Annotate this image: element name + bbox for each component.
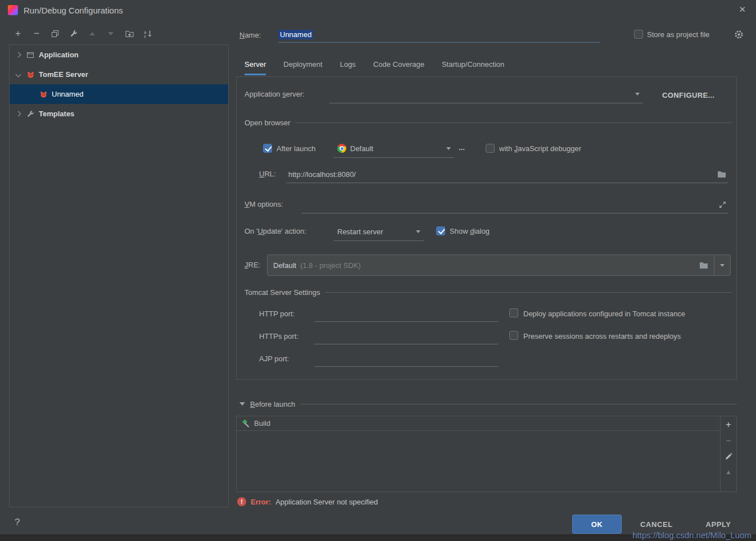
show-dialog-label: Show dialog (450, 227, 490, 235)
chevron-down-icon (416, 230, 420, 233)
folder-icon[interactable] (699, 262, 708, 269)
name-input[interactable]: Unnamed (278, 27, 600, 43)
before-launch-header[interactable]: Before launch (236, 397, 737, 411)
jre-select[interactable]: Default (1.8 - project SDK) (267, 254, 731, 276)
chrome-icon (337, 144, 346, 153)
deploy-apps-checkbox[interactable] (509, 308, 518, 317)
js-debugger-checkbox[interactable] (486, 144, 495, 153)
copy-configuration-icon[interactable] (51, 29, 60, 38)
collapse-triangle-icon[interactable] (239, 402, 245, 406)
store-as-project-file[interactable]: Store as project file (634, 30, 709, 39)
tomee-icon (39, 90, 48, 98)
tab-logs[interactable]: Logs (340, 55, 356, 75)
url-value: http://localhost:8080/ (288, 170, 356, 179)
tree-item-tomee-server[interactable]: TomEE Server (10, 65, 228, 84)
help-button[interactable]: ? (15, 517, 20, 528)
titlebar: Run/Debug Configurations ✕ (0, 0, 756, 20)
folder-icon[interactable] (717, 171, 726, 178)
ajp-port-label: AJP port: (259, 354, 289, 363)
tree-item-label: Unnamed (52, 90, 83, 98)
application-icon (26, 51, 35, 59)
show-dialog-checkbox[interactable] (436, 226, 445, 235)
chevron-down-icon (446, 147, 451, 150)
tree-item-label: Application (39, 51, 79, 59)
separator-line (296, 122, 731, 123)
expand-icon[interactable] (719, 201, 726, 208)
sort-configurations-icon[interactable]: az (143, 29, 152, 38)
tab-deployment[interactable]: Deployment (283, 55, 322, 75)
tomcat-settings-section-header: Tomcat Server Settings (245, 287, 731, 298)
jre-value: Default (273, 261, 296, 270)
remove-configuration-icon[interactable]: − (32, 29, 41, 38)
preserve-sessions-label: Preserve sessions across restarts and re… (523, 332, 681, 340)
tomcat-settings-title: Tomcat Server Settings (245, 288, 320, 297)
tab-startup-connection[interactable]: Startup/Connection (442, 55, 504, 75)
store-as-project-file-label: Store as project file (647, 30, 709, 39)
move-down-icon[interactable] (106, 29, 115, 38)
http-port-input[interactable] (314, 304, 498, 322)
add-configuration-icon[interactable]: + (13, 29, 22, 38)
window-title: Run/Debug Configurations (24, 6, 123, 15)
tomee-icon (26, 71, 35, 79)
browser-value: Default (350, 144, 373, 153)
browser-select[interactable]: Default (334, 139, 454, 158)
vm-options-input[interactable] (301, 196, 728, 213)
ok-button[interactable]: OK (572, 515, 622, 534)
on-update-action-select[interactable]: Restart server (334, 222, 424, 241)
configure-button[interactable]: CONFIGURE... (662, 87, 715, 103)
configurations-tree: Application TomEE Server Unnamed Templat… (9, 44, 229, 507)
edit-task-pencil-icon[interactable] (725, 453, 732, 460)
after-launch-label: After launch (277, 144, 315, 153)
more-browsers-button[interactable]: ... (459, 143, 465, 152)
before-launch-list: Build + − ▲ (236, 416, 737, 492)
run-debug-configurations-dialog: Run/Debug Configurations ✕ + − az Applic… (0, 0, 756, 541)
deploy-apps-label: Deploy applications configured in Tomcat… (523, 310, 685, 318)
before-launch-toolbar: + − ▲ (720, 416, 736, 492)
remove-task-icon[interactable]: − (726, 437, 731, 445)
url-label: URL: (259, 170, 276, 178)
name-label: Name: (239, 31, 261, 39)
tree-item-application[interactable]: Application (10, 45, 228, 65)
open-browser-section-header: Open browser (245, 117, 731, 128)
chevron-right-icon[interactable] (16, 52, 21, 58)
vm-options-label: VM options: (245, 200, 283, 208)
application-server-select[interactable] (329, 85, 643, 103)
url-input[interactable]: http://localhost:8080/ (286, 166, 728, 183)
on-update-action-label: On 'Update' action: (245, 227, 306, 235)
preserve-sessions-checkbox[interactable] (509, 331, 518, 340)
tree-item-unnamed[interactable]: Unnamed (10, 84, 228, 104)
error-prefix: Error: (251, 498, 271, 506)
tab-server[interactable]: Server (245, 55, 266, 75)
separator-line (300, 404, 737, 404)
tab-code-coverage[interactable]: Code Coverage (373, 55, 424, 75)
move-task-up-icon[interactable]: ▲ (726, 467, 732, 476)
templates-wrench-icon (26, 110, 35, 118)
application-server-label: Application server: (245, 90, 305, 98)
tab-bar: Server Deployment Logs Code Coverage Sta… (245, 55, 504, 75)
chevron-right-icon[interactable] (16, 111, 21, 117)
error-message: Application Server not specified (275, 498, 378, 506)
ajp-port-input[interactable] (314, 349, 498, 367)
https-port-input[interactable] (314, 327, 498, 344)
separator-line (325, 292, 731, 293)
before-launch-item-build[interactable]: Build (237, 416, 721, 431)
validation-error: ! Error: Application Server not specifie… (237, 497, 378, 506)
js-debugger-label: with JavaScript debugger (499, 144, 581, 153)
tree-item-templates[interactable]: Templates (10, 104, 228, 124)
on-update-action-value: Restart server (337, 228, 383, 236)
after-launch-checkbox[interactable] (263, 144, 272, 153)
gear-icon[interactable] (734, 30, 744, 41)
move-up-icon[interactable] (88, 29, 97, 38)
chevron-down-icon[interactable] (16, 72, 21, 78)
error-icon: ! (237, 497, 246, 506)
open-browser-title: Open browser (245, 119, 291, 127)
create-folder-icon[interactable] (125, 29, 134, 38)
edit-defaults-wrench-icon[interactable] (69, 29, 78, 38)
configurations-toolbar: + − az (13, 27, 152, 40)
jre-dropdown-button[interactable] (714, 255, 730, 275)
add-task-icon[interactable]: + (726, 420, 731, 429)
server-tab-panel: Application server: CONFIGURE... Open br… (236, 76, 737, 380)
svg-text:z: z (144, 34, 146, 38)
close-icon[interactable]: ✕ (739, 4, 746, 15)
store-as-project-file-checkbox[interactable] (634, 30, 643, 39)
